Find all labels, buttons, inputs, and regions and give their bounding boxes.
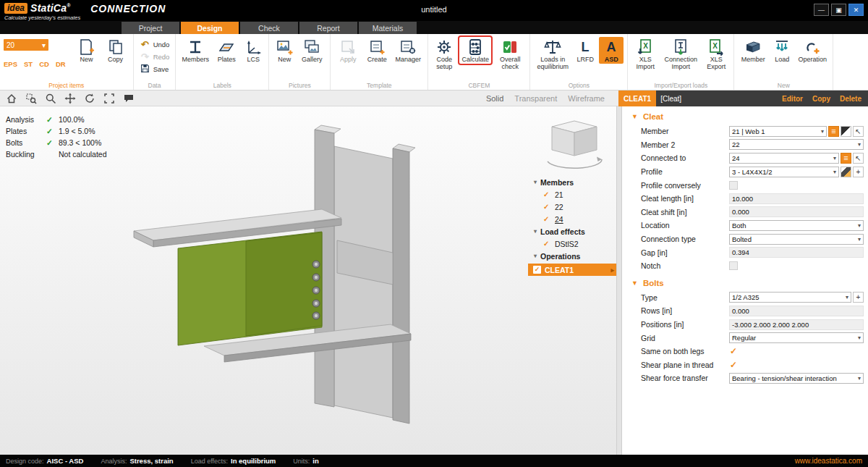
copy-operation-button[interactable]: Copy (812, 95, 830, 103)
tab-check[interactable]: Check (240, 22, 298, 34)
tree-item-cleat1[interactable]: ✓CLEAT1▸ (528, 264, 616, 276)
website-link[interactable]: www.ideastatica.com (795, 457, 862, 465)
navigation-cube[interactable] (540, 117, 609, 174)
new-operation-button[interactable]: Operation (796, 37, 829, 64)
mode-wireframe[interactable]: Wireframe (568, 94, 605, 103)
tree-section-load-effects[interactable]: ▾Load effects (528, 225, 616, 237)
xls-export-button[interactable]: X XLS Export (702, 37, 730, 71)
rows-in-input[interactable]: 0.000 (729, 306, 864, 316)
section-header-bolts[interactable]: ▼Bolts (622, 275, 868, 291)
plates-labels-button[interactable]: Plates (213, 37, 240, 64)
xls-import-button[interactable]: X XLS Import (631, 37, 659, 71)
home-icon[interactable] (5, 92, 18, 105)
checkbox-icon[interactable]: ✓ (543, 240, 551, 248)
viewport-3d[interactable]: Analysis✓100.0%Plates✓1.9 < 5.0%Bolts✓89… (0, 106, 616, 455)
tab-report[interactable]: Report (299, 22, 357, 34)
code-setup-button[interactable]: Code setup (432, 37, 456, 71)
delete-operation-button[interactable]: Delete (840, 95, 861, 103)
tab-project[interactable]: Project (122, 22, 179, 34)
grid-select[interactable]: Regular▾ (729, 332, 864, 343)
member-select[interactable]: 21 | Web 1▾ (729, 126, 827, 137)
lrfd-button[interactable]: L LRFD (573, 37, 597, 64)
new-member-button[interactable]: Member (738, 37, 768, 64)
save-button[interactable]: Save (137, 63, 172, 75)
edit-button[interactable] (841, 167, 851, 177)
tab-materials[interactable]: Materials (359, 22, 417, 34)
undo-button[interactable]: ↶ Undo (137, 38, 172, 51)
shear-plane-in-thread-checkbox[interactable]: ✓ (729, 361, 738, 369)
asd-button[interactable]: A ASD (599, 37, 624, 64)
editor-button[interactable]: Editor (782, 95, 803, 103)
list-button[interactable]: ≡ (841, 153, 851, 164)
fit-view-icon[interactable] (103, 92, 116, 105)
shear-force-transfer-select[interactable]: Bearing - tension/shear interaction▾ (729, 373, 864, 384)
collapse-icon[interactable]: ▾ (534, 179, 537, 185)
gallery-button[interactable]: Gallery (297, 37, 326, 64)
profile-select[interactable]: 3 - L4X4X1/2▾ (729, 167, 839, 177)
zoom-selection-icon[interactable] (25, 92, 38, 105)
loads-in-equilibrium-button[interactable]: Loads in equilibrium (534, 37, 571, 71)
tree-section-operations[interactable]: ▾Operations (528, 250, 616, 262)
rotate-icon[interactable] (83, 92, 96, 105)
overall-check-button[interactable]: Overall check (494, 37, 526, 71)
template-apply-button[interactable]: Apply (334, 37, 362, 64)
new-load-button[interactable]: Load (770, 37, 794, 64)
template-manager-button[interactable]: Manager (392, 37, 424, 64)
type-select[interactable]: 1/2 A325▾ (729, 292, 851, 303)
pick-button[interactable]: ↖ (853, 126, 864, 137)
tree-section-members[interactable]: ▾Members (528, 176, 616, 188)
checkbox-icon[interactable]: ✓ (543, 215, 551, 223)
zoom-icon[interactable] (44, 92, 57, 105)
location-select[interactable]: Both▾ (729, 220, 864, 231)
redo-button[interactable]: ↷ Redo (137, 51, 172, 63)
cleat-plates[interactable] (178, 232, 322, 345)
collapse-icon[interactable]: ▾ (534, 228, 537, 235)
mode-solid[interactable]: Solid (486, 94, 503, 103)
invert-button[interactable] (841, 126, 851, 137)
collapse-icon[interactable]: ▾ (534, 253, 537, 259)
tree-item-22[interactable]: ✓22 (528, 201, 616, 213)
tree-item-21[interactable]: ✓21 (528, 188, 616, 201)
member-2-select[interactable]: 22▾ (729, 139, 864, 150)
tree-item-24[interactable]: ✓24 (528, 213, 616, 225)
connection-import-button[interactable]: Connection Import (660, 37, 701, 71)
checkbox-icon[interactable]: ✓ (543, 190, 551, 198)
add-button[interactable]: + (853, 292, 864, 303)
calculate-button[interactable]: Calculate (458, 35, 493, 65)
code-cd[interactable]: CD (39, 60, 49, 68)
cleat-shift-in-input[interactable]: 0.000 (729, 206, 864, 217)
collapse-icon[interactable]: ▼ (631, 113, 638, 120)
pan-icon[interactable] (64, 92, 77, 105)
mode-transparent[interactable]: Transparent (514, 94, 557, 103)
positions-in-input[interactable]: -3.000 2.000 2.000 2.000 (729, 319, 864, 330)
tab-design[interactable]: Design (181, 22, 239, 34)
notch-checkbox[interactable] (729, 261, 738, 270)
panel-divider[interactable] (616, 106, 622, 455)
lcs-labels-button[interactable]: LCS (242, 37, 265, 64)
profile-conversely-checkbox[interactable] (729, 181, 738, 190)
members-labels-button[interactable]: Members (179, 37, 211, 64)
drag-handle-icon[interactable]: ▸ (610, 266, 616, 274)
minimize-icon[interactable]: — (814, 4, 829, 16)
list-button[interactable]: ≡ (828, 126, 839, 137)
pick-button[interactable]: ↖ (853, 153, 864, 164)
close-icon[interactable]: ✕ (848, 4, 864, 16)
collapse-icon[interactable]: ▼ (631, 279, 638, 287)
copy-project-item-button[interactable]: Copy (102, 37, 129, 64)
new-project-item-button[interactable]: New (73, 37, 101, 64)
code-st[interactable]: ST (24, 60, 33, 68)
add-button[interactable]: + (853, 167, 864, 177)
checkbox-icon[interactable]: ✓ (543, 203, 551, 211)
project-item-select[interactable]: 20▾ (4, 39, 48, 51)
checkbox-icon[interactable]: ✓ (533, 266, 541, 274)
connection-type-select[interactable]: Bolted▾ (729, 234, 864, 245)
maximize-icon[interactable]: ▣ (831, 4, 846, 16)
tree-item-dstls2[interactable]: ✓DStlS2 (528, 237, 616, 250)
section-header-cleat[interactable]: ▼Cleat (622, 109, 868, 125)
code-dr[interactable]: DR (56, 60, 66, 68)
code-eps[interactable]: EPS (4, 60, 17, 68)
connected-to-select[interactable]: 24▾ (729, 153, 839, 164)
template-create-button[interactable]: Create (363, 37, 391, 64)
column-member[interactable] (315, 125, 415, 424)
gap-in-input[interactable]: 0.394 (729, 247, 864, 258)
